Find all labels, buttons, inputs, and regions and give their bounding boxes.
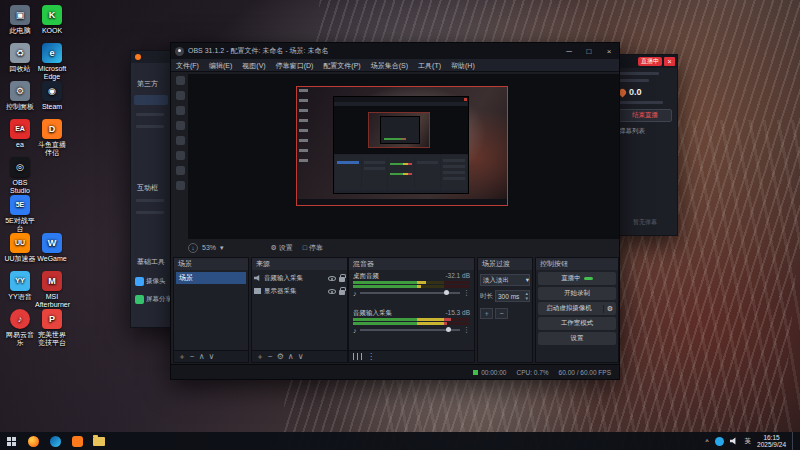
desktop-icon-this-pc[interactable]: ▣ 此电脑	[3, 5, 37, 35]
streaming-button[interactable]: 直播中	[538, 272, 616, 285]
transitions-dock-title[interactable]: 场景过渡	[478, 258, 532, 270]
zoom-indicator-icon[interactable]: ↓	[188, 243, 198, 253]
menu-scene-collection[interactable]: 场景集合(S)	[366, 59, 413, 72]
companion-section-thirdparty[interactable]: 第三方	[137, 79, 158, 89]
menu-edit[interactable]: 编辑(E)	[204, 59, 237, 72]
scene-list-item[interactable]: 场景	[176, 272, 246, 284]
companion-section-interaction[interactable]: 互动框	[137, 183, 158, 193]
virtual-camera-config-button[interactable]: ⚙	[603, 305, 616, 313]
channel-menu-icon[interactable]: ⋮	[463, 326, 470, 334]
scenes-dock-title[interactable]: 场景	[174, 258, 248, 270]
desktop-icon-steam[interactable]: ◉ Steam	[35, 81, 69, 111]
add-scene-button[interactable]: ＋	[178, 352, 186, 362]
spin-down-icon[interactable]: ▾	[525, 296, 528, 301]
add-source-button[interactable]: ＋	[256, 352, 264, 362]
taskbar-firefox[interactable]	[22, 432, 44, 450]
start-button[interactable]	[0, 432, 22, 450]
source-row-display-capture[interactable]: 显示器采集	[254, 285, 345, 297]
move-source-down-button[interactable]: ∨	[298, 352, 304, 362]
desktop-icon-control-panel[interactable]: ⚙ 控制面板	[3, 81, 37, 111]
companion-section-basic-tools[interactable]: 基础工具	[137, 257, 165, 267]
toolbar-button[interactable]	[176, 151, 185, 160]
controls-dock-title[interactable]: 控制按钮	[536, 258, 618, 270]
companion-tool-screen-share[interactable]: 屏幕分享	[135, 293, 171, 305]
volume-slider[interactable]	[360, 329, 461, 331]
desktop-icon-douyu-companion[interactable]: D 斗鱼直播伴侣	[35, 119, 69, 157]
move-scene-down-button[interactable]: ∨	[209, 352, 215, 362]
desktop-icon-ea[interactable]: EA ea	[3, 119, 37, 149]
toolbar-button[interactable]	[176, 166, 185, 175]
desktop-icon-yy-voice[interactable]: YY YY语音	[3, 271, 37, 301]
menu-tools[interactable]: 工具(T)	[413, 59, 446, 72]
desktop-icon-perfect-world[interactable]: P 完美世界竞技平台	[35, 309, 69, 347]
show-desktop-button[interactable]	[792, 432, 796, 450]
toolbar-button[interactable]	[176, 136, 185, 145]
ime-indicator[interactable]: 英	[745, 437, 752, 446]
move-source-up-button[interactable]: ∧	[288, 352, 294, 362]
sources-dock-title[interactable]: 来源	[252, 258, 347, 270]
slider-handle[interactable]	[446, 327, 451, 332]
transition-select[interactable]: 淡入淡出 ▾	[480, 274, 530, 286]
menu-file[interactable]: 文件(F)	[171, 59, 204, 72]
taskbar-edge[interactable]	[44, 432, 66, 450]
source-row-audio-input[interactable]: 音频输入采集	[254, 272, 345, 284]
mixer-menu-icon[interactable]: ⋮	[367, 352, 375, 362]
remove-transition-button[interactable]: −	[495, 308, 508, 319]
speaker-icon[interactable]: ♪	[353, 290, 357, 297]
desktop-icon-5e-arena[interactable]: 5E 5E对战平台	[3, 195, 37, 233]
lock-icon[interactable]	[339, 290, 345, 295]
messenger-tray-icon[interactable]	[715, 437, 724, 446]
stop-stream-button[interactable]: 结束直播	[618, 109, 672, 122]
desktop-icon-kook[interactable]: K KOOK	[35, 5, 69, 35]
virtual-camera-button[interactable]: 启动虚拟摄像机 ⚙	[538, 302, 616, 315]
desktop-icon-obs-studio[interactable]: ◎ OBS Studio	[3, 157, 37, 195]
add-transition-button[interactable]: ＋	[480, 308, 493, 319]
close-button[interactable]: ×	[599, 43, 619, 59]
volume-icon[interactable]	[730, 437, 739, 445]
taskbar-douyu[interactable]	[66, 432, 88, 450]
remove-source-button[interactable]: −	[268, 352, 273, 362]
toolbar-button[interactable]	[176, 91, 185, 100]
toolbar-button[interactable]	[176, 181, 185, 190]
preview-zoom-level[interactable]: 53%	[202, 244, 216, 251]
companion-selected-row[interactable]	[134, 95, 168, 105]
toolbar-button[interactable]	[176, 106, 185, 115]
duration-spinbox[interactable]: 300 ms ▴ ▾	[495, 290, 530, 302]
remove-scene-button[interactable]: −	[190, 352, 195, 362]
preview-dock-button[interactable]: □ 停靠	[300, 243, 326, 253]
desktop-icon-wegame[interactable]: W WeGame	[35, 233, 69, 263]
desktop-icon-edge[interactable]: e Microsoft Edge	[35, 43, 69, 81]
desktop-icon-recycle-bin[interactable]: ♻ 回收站	[3, 43, 37, 73]
close-icon[interactable]: ×	[664, 57, 675, 66]
desktop-icon-msi-afterburner[interactable]: M MSI Afterburner	[35, 271, 69, 309]
visibility-eye-icon[interactable]	[328, 289, 336, 294]
channel-menu-icon[interactable]: ⋮	[463, 289, 470, 297]
chevron-down-icon[interactable]: ▾	[220, 244, 224, 252]
move-scene-up-button[interactable]: ∧	[199, 352, 205, 362]
visibility-eye-icon[interactable]	[328, 276, 336, 281]
menu-view[interactable]: 视图(V)	[237, 59, 270, 72]
studio-mode-button[interactable]: 工作室模式	[538, 317, 616, 330]
minimize-button[interactable]: ─	[559, 43, 579, 59]
start-recording-button[interactable]: 开始录制	[538, 287, 616, 300]
toolbar-button[interactable]	[176, 76, 185, 85]
desktop-icon-netease-music[interactable]: ♪ 网易云音乐	[3, 309, 37, 347]
toolbar-button[interactable]	[176, 121, 185, 130]
desktop-icon-uu-booster[interactable]: UU UU加速器	[3, 233, 37, 263]
mic-icon[interactable]: ♪	[353, 327, 357, 334]
menu-docks[interactable]: 停靠窗口(D)	[271, 59, 319, 72]
maximize-button[interactable]: □	[579, 43, 599, 59]
obs-titlebar[interactable]: OBS 31.1.2 - 配置文件: 未命名 - 场景: 未命名 ─ □ ×	[171, 43, 619, 59]
volume-slider[interactable]	[360, 292, 461, 294]
companion-tool-camera[interactable]: 摄像头	[135, 275, 171, 287]
mixer-dock-title[interactable]: 混音器	[349, 258, 474, 270]
mixer-settings-icon[interactable]	[353, 353, 363, 360]
lock-icon[interactable]	[339, 277, 345, 282]
menu-profile[interactable]: 配置文件(P)	[318, 59, 365, 72]
source-properties-button[interactable]: ⚙	[277, 352, 284, 362]
settings-button[interactable]: 设置	[538, 332, 616, 345]
taskbar-file-explorer[interactable]	[88, 432, 110, 450]
slider-handle[interactable]	[444, 290, 449, 295]
tray-expand-chevron-icon[interactable]: ^	[706, 438, 709, 445]
preview-canvas[interactable]	[188, 74, 619, 239]
